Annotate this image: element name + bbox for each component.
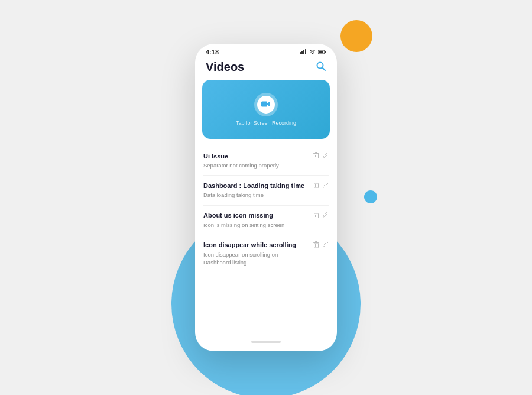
wifi-icon <box>309 49 316 56</box>
video-banner[interactable]: Tap for Screen Recording <box>202 80 330 139</box>
edit-icon[interactable] <box>323 153 329 160</box>
list-item-title: Ui Issue <box>203 153 228 160</box>
svg-rect-26 <box>315 241 317 242</box>
accent-circle-decoration <box>340 20 372 52</box>
video-camera-icon <box>261 100 271 109</box>
list-item-title: About us icon missing <box>203 212 273 219</box>
list-item-header: About us icon missing <box>203 212 329 219</box>
svg-rect-6 <box>325 51 326 53</box>
status-time: 4:18 <box>206 48 219 56</box>
delete-icon[interactable] <box>313 152 319 160</box>
list-item-actions <box>313 182 329 189</box>
svg-rect-21 <box>315 212 317 212</box>
list-item-actions <box>313 152 329 160</box>
list-item-subtitle: Icon is missing on setting screen <box>203 221 329 229</box>
svg-rect-9 <box>261 102 267 107</box>
svg-rect-2 <box>303 50 304 54</box>
list-item: Ui Issue <box>203 146 329 176</box>
list-item-subtitle: Icon disappear on scrolling on Dashboard… <box>203 251 329 267</box>
signal-icon <box>300 49 307 56</box>
video-icon-circle <box>254 93 278 116</box>
svg-rect-16 <box>315 182 317 182</box>
status-bar: 4:18 <box>195 44 337 58</box>
list-item: Dashboard : Loading taking time <box>203 176 329 205</box>
svg-rect-17 <box>314 183 319 188</box>
app-header: Videos <box>195 58 337 80</box>
svg-rect-27 <box>314 243 319 248</box>
svg-rect-12 <box>314 154 319 158</box>
handle-bar <box>251 341 281 343</box>
svg-rect-1 <box>301 51 303 54</box>
list-item-subtitle: Separator not coming properly <box>203 161 329 169</box>
list-item-title: Dashboard : Loading taking time <box>203 182 304 189</box>
svg-line-8 <box>323 67 326 70</box>
battery-icon <box>318 49 326 56</box>
status-icons <box>300 49 326 56</box>
search-button[interactable] <box>316 61 326 74</box>
phone-frame: 4:18 <box>195 44 337 351</box>
video-banner-label: Tap for Screen Recording <box>236 120 296 126</box>
list-item-header: Icon disappear while scrolling <box>203 241 329 249</box>
edit-icon[interactable] <box>323 182 329 189</box>
delete-icon[interactable] <box>313 182 319 189</box>
list-item: Icon disappear while scrolling <box>203 235 329 273</box>
list-container: Ui Issue <box>195 146 337 335</box>
svg-rect-3 <box>305 49 306 54</box>
scene: 4:18 <box>166 14 366 381</box>
svg-rect-0 <box>300 52 301 54</box>
edit-icon[interactable] <box>323 241 329 248</box>
list-item-header: Dashboard : Loading taking time <box>203 182 329 189</box>
edit-icon[interactable] <box>323 212 329 219</box>
svg-rect-5 <box>319 51 323 53</box>
list-item-actions <box>313 241 329 249</box>
delete-icon[interactable] <box>313 212 319 219</box>
video-icon-inner <box>257 96 275 114</box>
list-item-header: Ui Issue <box>203 152 329 160</box>
list-item-actions <box>313 212 329 219</box>
phone-bottom-handle <box>195 335 337 351</box>
list-item: About us icon missing <box>203 206 329 235</box>
list-item-subtitle: Data loading taking time <box>203 191 329 199</box>
side-dot-decoration <box>364 190 377 203</box>
page-title: Videos <box>206 60 244 74</box>
list-item-title: Icon disappear while scrolling <box>203 241 296 248</box>
delete-icon[interactable] <box>313 241 319 249</box>
svg-rect-22 <box>314 213 319 218</box>
svg-rect-11 <box>315 152 317 153</box>
